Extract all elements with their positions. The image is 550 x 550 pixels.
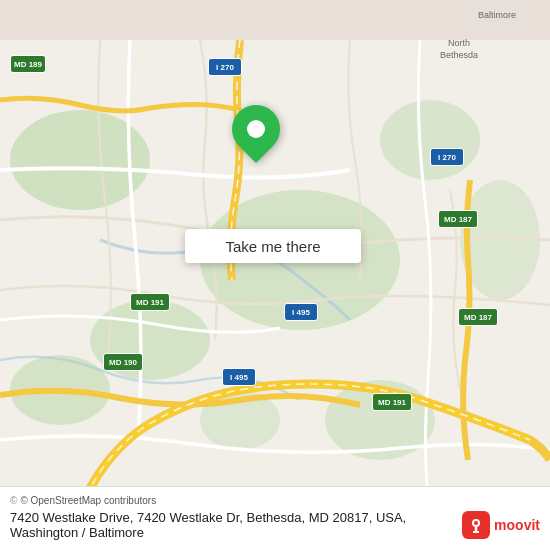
take-me-there-button[interactable]: Take me there bbox=[185, 229, 361, 263]
shield-i495-top: I 495 bbox=[284, 303, 318, 321]
pin-inner bbox=[247, 120, 265, 138]
shield-md187-top: MD 187 bbox=[438, 210, 478, 228]
location-pin bbox=[232, 105, 280, 153]
map-svg bbox=[0, 0, 550, 550]
shield-md187-bottom: MD 187 bbox=[458, 308, 498, 326]
shield-i270-top: I 270 bbox=[208, 58, 242, 76]
svg-point-10 bbox=[474, 521, 478, 525]
map-container: NorthBethesda Baltimore MD 189 I 270 I 2… bbox=[0, 0, 550, 550]
shield-i495-bottom: I 495 bbox=[222, 368, 256, 386]
bottom-bar: © © OpenStreetMap contributors 7420 West… bbox=[0, 486, 550, 550]
moovit-logo: moovit bbox=[462, 511, 540, 539]
north-bethesda-label: NorthBethesda bbox=[440, 38, 478, 61]
shield-md191-right: MD 191 bbox=[372, 393, 412, 411]
osm-credit: © © OpenStreetMap contributors bbox=[10, 495, 540, 506]
moovit-icon bbox=[462, 511, 490, 539]
shield-i270-right: I 270 bbox=[430, 148, 464, 166]
baltimore-label: Baltimore bbox=[478, 10, 516, 20]
shield-md190: MD 190 bbox=[103, 353, 143, 371]
address-text: 7420 Westlake Drive, 7420 Westlake Dr, B… bbox=[10, 510, 462, 540]
shield-md189: MD 189 bbox=[10, 55, 46, 73]
address-line: 7420 Westlake Drive, 7420 Westlake Dr, B… bbox=[10, 510, 540, 540]
moovit-text: moovit bbox=[494, 517, 540, 533]
shield-md191-left: MD 191 bbox=[130, 293, 170, 311]
pin-outer bbox=[222, 95, 290, 163]
copyright-symbol: © bbox=[10, 495, 17, 506]
svg-point-4 bbox=[380, 100, 480, 180]
osm-credit-text: © OpenStreetMap contributors bbox=[20, 495, 156, 506]
